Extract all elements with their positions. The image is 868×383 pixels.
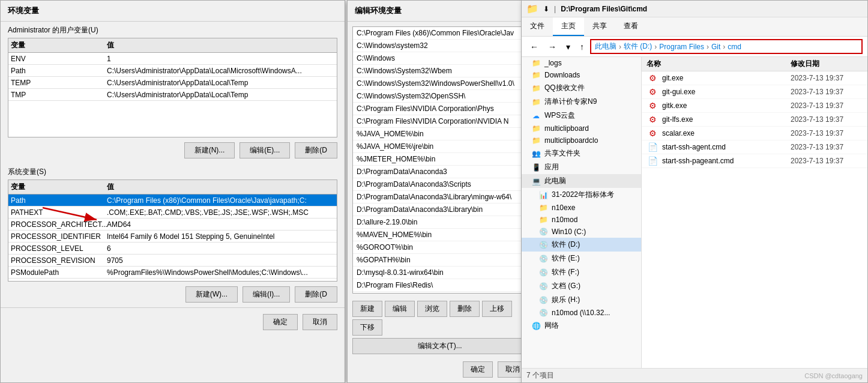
nav-item-share[interactable]: 👥 共享文件夹 [522,146,641,160]
table-row[interactable]: PROCESSOR_ARCHITECT... AMD64 [8,219,337,231]
nav-item-computer[interactable]: 💻 此电脑 [522,174,641,188]
file-item[interactable]: ⚙ git.exe 2023-7-13 19:37 [642,71,867,85]
list-item[interactable]: D:\mysql-8.0.31-winx64\bin [353,267,527,279]
list-item[interactable]: D:\ProgramData\Anaconda3\Library\bin [353,204,527,216]
nav-item-c[interactable]: 💿 Win10 (C:) [522,226,641,238]
folder-icon: 📁 [538,204,548,212]
file-item[interactable]: 📄 start-ssh-pageant.cmd 2023-7-13 19:37 [642,154,867,168]
table-row[interactable]: Path C:\Users\Administrator\AppData\Loca… [8,65,337,77]
back-button[interactable]: ← [526,41,542,53]
table-row[interactable]: ENV 1 [8,53,337,65]
edit-browse-button[interactable]: 浏览 [417,301,447,317]
list-item[interactable]: %JAVA_HOME%\jre\bin [353,140,527,153]
table-row[interactable]: TMP C:\Users\Administrator\AppData\Local… [8,89,337,101]
edit-up-button[interactable]: 上移 [482,301,512,317]
edit-edit-button[interactable]: 编辑 [385,301,415,317]
list-item[interactable]: D:\ProgramData\Anaconda3 [353,166,527,178]
tab-view[interactable]: 查看 [615,17,646,36]
file-item[interactable]: ⚙ scalar.exe 2023-7-13 19:37 [642,127,867,140]
list-item[interactable]: C:\Windows\system32 [353,40,527,52]
table-row[interactable]: PROCESSOR_REVISION 9705 [8,255,337,267]
list-item[interactable]: C:\Program Files\NVIDIA Corporation\Phys [353,103,527,115]
file-name: git-gui.exe [662,88,787,96]
edit-path-list[interactable]: C:\Program Files (x86)\Common Files\Orac… [352,26,528,294]
up-button[interactable]: ↑ [576,41,588,53]
nav-item-g[interactable]: 💿 文档 (G:) [522,279,641,293]
table-row[interactable]: PATHEXT .COM;.EXE;.BAT;.CMD;.VBS;.VBE;.J… [8,207,337,219]
list-item[interactable]: %NODE_PATH% [353,292,527,294]
edit-new-button[interactable]: 新建 [352,301,382,317]
tab-home[interactable]: 主页 [553,17,584,36]
nav-item-31[interactable]: 📊 31-2022年指标体考 [522,188,641,202]
nav-item-qingdan[interactable]: 📁 清单计价专家N9 [522,95,641,109]
tab-share[interactable]: 共享 [584,17,615,36]
nav-item-network[interactable]: 🌐 网络 [522,319,641,333]
header-val: 值 [107,40,334,50]
nav-item-f[interactable]: 💿 软件 (F:) [522,265,641,279]
list-item[interactable]: C:\Windows\System32\WindowsPowerShell\v1… [353,77,527,90]
edit-delete-button[interactable]: 删除 [450,301,480,317]
table-row[interactable]: TEMP C:\Users\Administrator\AppData\Loca… [8,77,337,89]
sys-new-button[interactable]: 新建(W)... [185,286,238,303]
list-item[interactable]: D:\allure-2.19.0\bin [353,216,527,229]
list-item[interactable]: D:\Program Files\Redis\ [353,279,527,292]
file-item[interactable]: ⚙ git-gui.exe 2023-7-13 19:37 [642,85,867,99]
list-item[interactable]: C:\Windows\System32\Wbem [353,65,527,77]
path-cmd[interactable]: cmd [728,43,741,51]
forward-button[interactable]: → [544,41,560,53]
list-item[interactable]: D:\ProgramData\Anaconda3\Scripts [353,178,527,191]
exe-icon: ⚙ [646,128,659,138]
sys-edit-button[interactable]: 编辑(I)... [243,286,290,303]
edit-text-button[interactable]: 编辑文本(T)... [352,338,528,354]
list-item[interactable]: C:\Program Files\NVIDIA Corporation\NVID… [353,115,527,128]
table-row[interactable]: PROCESSOR_LEVEL 6 [8,243,337,255]
user-delete-button[interactable]: 删除(D [295,142,337,158]
nav-item-qq[interactable]: 📁 QQ接收文件 [522,81,641,95]
nav-item-n10mod[interactable]: 📁 n10mod [522,214,641,226]
file-item[interactable]: 📄 start-ssh-agent.cmd 2023-7-13 19:37 [642,140,867,154]
nav-item-label: QQ接收文件 [544,83,585,93]
sys-delete-button[interactable]: 删除(D [295,286,337,303]
env-ok-button[interactable]: 确定 [263,314,298,330]
list-item[interactable]: %JMETER_HOME%\bin [353,153,527,166]
list-item[interactable]: C:\Windows [353,52,527,65]
nav-item-wps[interactable]: ☁ WPS云盘 [522,109,641,122]
file-item[interactable]: ⚙ git-lfs.exe 2023-7-13 19:37 [642,113,867,127]
nav-item-n10exe[interactable]: 📁 n10exe [522,202,641,214]
list-item[interactable]: %GOROOT%\bin [353,241,527,254]
nav-item-h[interactable]: 💿 娱乐 (H:) [522,293,641,307]
list-item[interactable]: %JAVA_HOME%\bin [353,128,527,140]
nav-item-n10mod-net[interactable]: 💿 n10mod (\\10.32... [522,307,641,319]
path-programfiles[interactable]: Program Files [659,43,704,51]
list-item[interactable]: C:\Windows\System32\OpenSSH\ [353,90,527,103]
nav-item-multiclipboardclo[interactable]: 📁 multiclipboardclo [522,134,641,146]
recent-button[interactable]: ▾ [562,41,574,53]
nav-item-apps[interactable]: 📱 应用 [522,160,641,174]
nav-item-label: WPS云盘 [544,110,575,121]
user-edit-button[interactable]: 编辑(E)... [240,142,290,158]
nav-item-downloads[interactable]: 📁 Downloads [522,69,641,81]
nav-item-d[interactable]: 💿 软件 (D:) [522,238,641,252]
table-row[interactable]: Path C:\Program Files (x86)\Common Files… [8,195,337,207]
user-new-button[interactable]: 新建(N)... [184,142,235,158]
app-icon: 📱 [531,163,541,172]
list-item[interactable]: %GOPATH%\bin [353,254,527,267]
edit-down-button[interactable]: 下移 [352,319,382,336]
path-computer[interactable]: 此电脑 [595,41,616,52]
table-row[interactable]: PROCESSOR_IDENTIFIER Intel64 Family 6 Mo… [8,231,337,243]
address-path[interactable]: 此电脑 › 软件 (D:) › Program Files › Git › cm… [590,39,863,54]
table-row[interactable]: PSModulePath %ProgramFiles%\WindowsPower… [8,267,337,279]
path-git[interactable]: Git [711,43,720,51]
cmd-icon: 📄 [646,142,659,152]
list-item[interactable]: C:\Program Files (x86)\Common Files\Orac… [353,27,527,40]
path-d[interactable]: 软件 (D:) [624,41,652,52]
file-item[interactable]: ⚙ gitk.exe 2023-7-13 19:37 [642,99,867,113]
list-item[interactable]: D:\ProgramData\Anaconda3\Library\mingw-w… [353,191,527,204]
nav-item-e[interactable]: 💿 软件 (E:) [522,252,641,265]
list-item[interactable]: %MAVEN_HOME%\bin [353,229,527,241]
edit-ok-button[interactable]: 确定 [463,361,493,378]
env-cancel-button[interactable]: 取消 [303,314,337,330]
tab-file[interactable]: 文件 [522,17,553,36]
nav-item-logs[interactable]: 📁 _logs [522,57,641,69]
nav-item-multiclipboard[interactable]: 📁 multiclipboard [522,122,641,134]
